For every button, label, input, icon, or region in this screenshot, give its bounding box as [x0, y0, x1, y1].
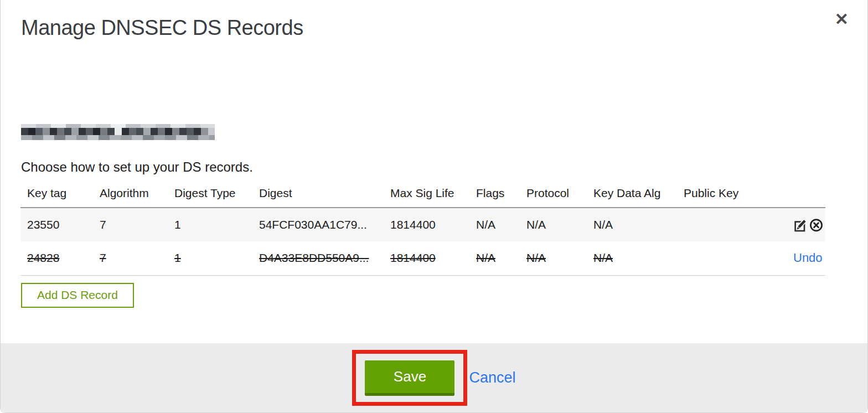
col-header-protocol: Protocol	[520, 183, 587, 208]
cell-key-tag: 24828	[27, 251, 59, 264]
col-header-max-sig-life: Max Sig Life	[384, 183, 469, 208]
cell-key-data-alg: N/A	[593, 251, 613, 264]
close-icon[interactable]: ✕	[835, 11, 849, 28]
edit-icon[interactable]	[793, 218, 808, 233]
table-row: 23550 7 1 54FCF030AA1C79... 1814400 N/A …	[20, 208, 825, 241]
undo-link[interactable]: Undo	[793, 251, 825, 265]
cell-algorithm: 7	[100, 218, 106, 231]
page-title: Manage DNSSEC DS Records	[21, 15, 867, 40]
cell-digest: 54FCF030AA1C79...	[259, 218, 367, 231]
ds-records-table: Key tag Algorithm Digest Type Digest Max…	[20, 183, 825, 276]
pixelation-mosaic	[21, 124, 215, 140]
redacted-domain-name	[21, 124, 215, 140]
cell-protocol: N/A	[526, 251, 546, 264]
cell-max-sig-life: 1814400	[390, 251, 436, 264]
cell-flags: N/A	[476, 251, 495, 264]
col-header-key-data-alg: Key Data Alg	[587, 183, 677, 208]
add-ds-record-button[interactable]: Add DS Record	[21, 283, 134, 308]
cell-algorithm: 7	[100, 251, 106, 264]
col-header-flags: Flags	[469, 183, 520, 208]
cell-digest-type: 1	[174, 218, 181, 231]
cell-key-data-alg: N/A	[593, 218, 613, 231]
cancel-link[interactable]: Cancel	[469, 369, 515, 386]
cell-digest: D4A33E8DD550A9...	[259, 251, 369, 264]
table-row: 24828 7 1 D4A33E8DD550A9... 1814400 N/A …	[20, 241, 825, 275]
col-header-key-tag: Key tag	[20, 183, 93, 208]
cell-digest-type: 1	[174, 251, 181, 264]
cell-protocol: N/A	[526, 218, 546, 231]
cell-max-sig-life: 1814400	[390, 218, 436, 231]
col-header-public-key: Public Key	[677, 183, 787, 208]
col-header-algorithm: Algorithm	[93, 183, 168, 208]
col-header-digest-type: Digest Type	[168, 183, 252, 208]
table-header-row: Key tag Algorithm Digest Type Digest Max…	[20, 183, 825, 208]
footer-bar: Save Cancel	[1, 343, 867, 412]
save-button[interactable]: Save	[365, 360, 454, 396]
cell-key-tag: 23550	[27, 218, 59, 231]
col-header-actions	[787, 183, 825, 208]
remove-icon[interactable]	[809, 218, 824, 233]
annotation-highlight-box: Save	[352, 350, 467, 406]
dnssec-ds-records-modal: Manage DNSSEC DS Records ✕ Choose how to…	[0, 0, 868, 413]
instruction-text: Choose how to set up your DS records.	[21, 159, 867, 175]
cell-flags: N/A	[476, 218, 495, 231]
col-header-digest: Digest	[252, 183, 384, 208]
